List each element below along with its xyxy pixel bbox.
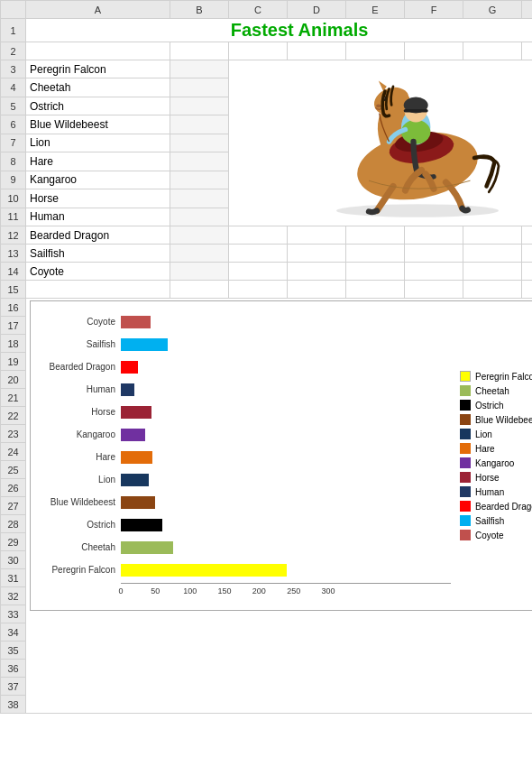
cell-2d[interactable] [288,42,346,60]
col-header-f[interactable]: F [405,1,463,19]
bar-fill [121,519,162,531]
cell-2a[interactable] [26,42,170,60]
legend-color-box [460,515,471,526]
cell-13h[interactable] [522,245,533,263]
legend-color-box [460,371,471,382]
cell-12d[interactable] [288,226,346,245]
cell-14e[interactable] [346,263,405,281]
legend-item: Sailfish [460,515,532,526]
row-num-5: 5 [1,97,26,115]
row-num-35: 35 [1,642,26,660]
col-header-e[interactable]: E [346,1,405,19]
row-num-3: 3 [1,60,26,78]
cell-13e[interactable] [346,245,405,263]
cell-12c[interactable] [229,226,288,245]
cell-13a[interactable]: Sailfish [26,245,170,263]
cell-12b[interactable] [170,226,229,245]
row-num-14: 14 [1,263,26,281]
cell-15c[interactable] [229,281,288,299]
cell-3b[interactable] [170,60,229,78]
cell-7b[interactable] [170,134,229,152]
cell-14f[interactable] [405,263,463,281]
bar-fill [121,496,155,509]
cell-14b[interactable] [170,263,229,281]
cell-15a[interactable] [26,281,170,299]
row-num-33: 33 [1,605,26,623]
col-header-b[interactable]: B [170,1,229,19]
bar-row: Coyote [40,313,451,331]
bar-fill [121,406,151,419]
cell-15h[interactable] [522,281,533,299]
bar-fill [121,361,138,374]
cell-2f[interactable] [405,42,463,60]
cell-14h[interactable] [522,263,533,281]
cell-14c[interactable] [229,263,288,281]
cell-10b[interactable] [170,189,229,208]
x-tick: 50 [151,586,160,595]
cell-4b[interactable] [170,78,229,97]
svg-point-5 [376,105,381,108]
legend-label: Kangaroo [475,458,514,468]
col-header-c[interactable]: C [229,1,288,19]
cell-12e[interactable] [346,226,405,245]
cell-4a[interactable]: Cheetah [26,78,170,97]
cell-14a[interactable]: Coyote [26,263,170,281]
cell-15g[interactable] [463,281,522,299]
x-tick: 300 [321,586,335,595]
cell-2b[interactable] [170,42,229,60]
cell-15b[interactable] [170,281,229,299]
cell-14g[interactable] [463,263,522,281]
cell-12g[interactable] [463,226,522,245]
bar-row: Lion [40,471,451,489]
cell-8a[interactable]: Hare [26,152,170,171]
bar-label: Hare [40,452,121,462]
cell-13d[interactable] [288,245,346,263]
cell-6b[interactable] [170,115,229,134]
cell-13f[interactable] [405,245,463,263]
cell-9a[interactable]: Kangaroo [26,171,170,189]
row-num-26: 26 [1,479,26,497]
cell-5a[interactable]: Ostrich [26,97,170,115]
cell-15f[interactable] [405,281,463,299]
cell-6a[interactable]: Blue Wildebeest [26,115,170,134]
cell-2c[interactable] [229,42,288,60]
col-header-d[interactable]: D [288,1,346,19]
row-num-29: 29 [1,533,26,551]
cell-12a[interactable]: Bearded Dragon [26,226,170,245]
row-num-24: 24 [1,443,26,461]
cell-2e[interactable] [346,42,405,60]
cell-2g[interactable] [463,42,522,60]
bar-fill [121,316,151,328]
col-header-a[interactable]: A [26,1,170,19]
row-num-28: 28 [1,515,26,533]
row-num-36: 36 [1,660,26,678]
cell-11a[interactable]: Human [26,208,170,226]
row-num-32: 32 [1,587,26,605]
cell-13g[interactable] [463,245,522,263]
row-num-6: 6 [1,115,26,134]
cell-15e[interactable] [346,281,405,299]
cell-15d[interactable] [288,281,346,299]
col-header-h[interactable]: H [522,1,533,19]
cell-14d[interactable] [288,263,346,281]
cell-12f[interactable] [405,226,463,245]
cell-8b[interactable] [170,152,229,171]
cell-10a[interactable]: Horse [26,189,170,208]
bar-label: Lion [40,475,121,485]
cell-13c[interactable] [229,245,288,263]
corner-header [1,1,26,19]
chart-legend: Peregrin FalconCheetahOstrichBlue Wildeb… [451,310,532,601]
cell-2h[interactable] [522,42,533,60]
cell-5b[interactable] [170,97,229,115]
row-num-34: 34 [1,623,26,642]
cell-11b[interactable] [170,208,229,226]
cell-9b[interactable] [170,171,229,189]
cell-7a[interactable]: Lion [26,134,170,152]
spreadsheet: A B C D E F G H 1 Fastest Animals 2 [0,0,532,714]
cell-12h[interactable] [522,226,533,245]
bar-fill [121,564,287,577]
cell-13b[interactable] [170,245,229,263]
bar-fill [121,429,145,441]
cell-3a[interactable]: Peregrin Falcon [26,60,170,78]
col-header-g[interactable]: G [463,1,522,19]
